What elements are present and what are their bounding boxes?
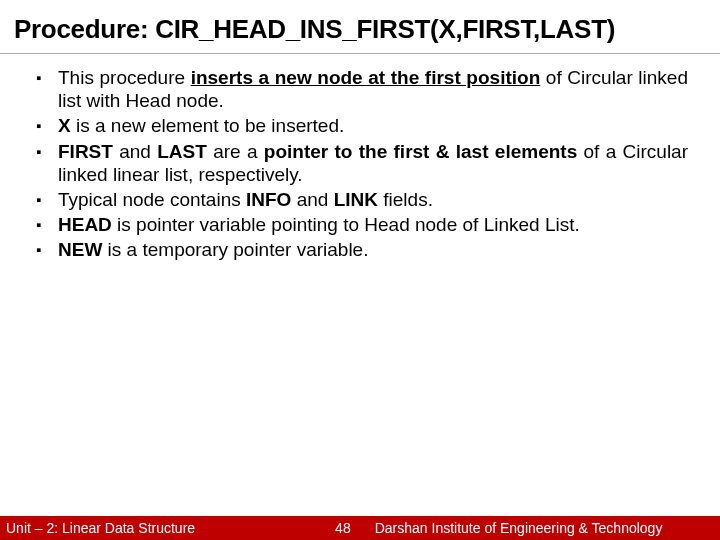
bullet-list: This procedure inserts a new node at the… bbox=[40, 66, 688, 261]
footer-bar: Unit – 2: Linear Data Structure 48 Darsh… bbox=[0, 516, 720, 540]
bullet-item: Typical node contains INFO and LINK fiel… bbox=[40, 188, 688, 211]
footer-org: Darshan Institute of Engineering & Techn… bbox=[375, 520, 720, 536]
footer-unit: Unit – 2: Linear Data Structure bbox=[0, 520, 195, 536]
slide-content: This procedure inserts a new node at the… bbox=[0, 54, 720, 261]
slide-title: Procedure: CIR_HEAD_INS_FIRST(X,FIRST,LA… bbox=[0, 0, 720, 54]
bullet-item: X is a new element to be inserted. bbox=[40, 114, 688, 137]
bullet-item: This procedure inserts a new node at the… bbox=[40, 66, 688, 112]
footer-page: 48 bbox=[195, 520, 375, 536]
bullet-item: HEAD is pointer variable pointing to Hea… bbox=[40, 213, 688, 236]
bullet-item: FIRST and LAST are a pointer to the firs… bbox=[40, 140, 688, 186]
bullet-item: NEW is a temporary pointer variable. bbox=[40, 238, 688, 261]
